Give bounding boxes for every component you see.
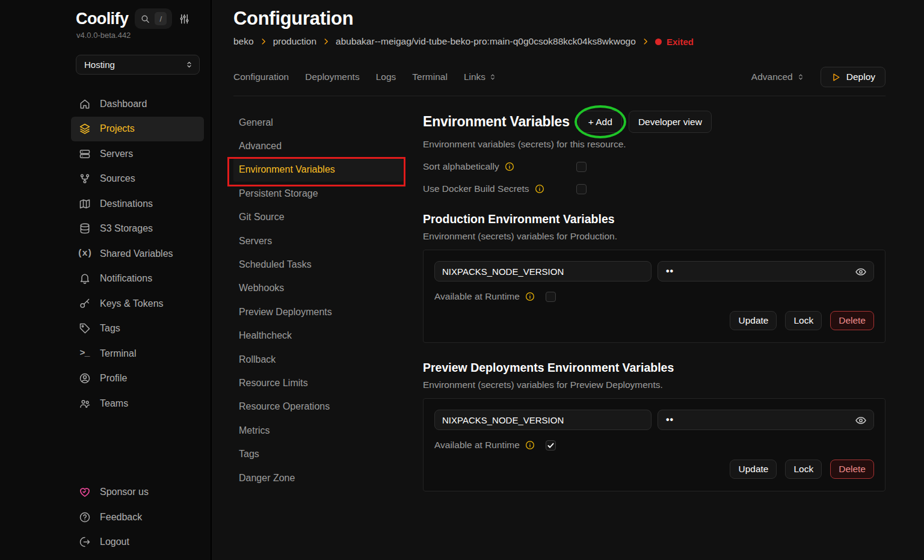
info-icon[interactable] bbox=[525, 292, 535, 301]
deploy-button[interactable]: Deploy bbox=[821, 67, 886, 87]
env-var-value-field[interactable]: •• bbox=[658, 261, 874, 282]
masked-value: •• bbox=[666, 266, 674, 277]
masked-value: •• bbox=[666, 414, 674, 425]
submenu-item-danger-zone[interactable]: Danger Zone bbox=[233, 466, 403, 490]
sidebar-item-s3-storages[interactable]: S3 Storages bbox=[71, 217, 204, 242]
eye-icon[interactable] bbox=[855, 266, 867, 278]
sidebar-item-notifications[interactable]: Notifications bbox=[71, 266, 204, 292]
advanced-dropdown[interactable]: Advanced bbox=[751, 72, 805, 82]
sidebar-item-shared-variables[interactable]: (x) Shared Variables bbox=[71, 241, 204, 266]
sidebar-item-logout[interactable]: Logout bbox=[71, 530, 204, 555]
terminal-icon: >_ bbox=[78, 348, 91, 358]
runtime-row: Available at Runtime bbox=[434, 440, 874, 451]
submenu-item-resource-operations[interactable]: Resource Operations bbox=[233, 395, 403, 419]
sidebar-item-label: Keys & Tokens bbox=[100, 298, 164, 309]
submenu-item-environment-variables[interactable]: Environment Variables bbox=[233, 158, 403, 182]
tab-terminal[interactable]: Terminal bbox=[412, 72, 448, 82]
sidebar-item-label: Profile bbox=[100, 373, 127, 384]
advanced-label: Advanced bbox=[751, 72, 793, 82]
bell-icon bbox=[78, 272, 91, 285]
submenu-item-webhooks[interactable]: Webhooks bbox=[233, 277, 403, 300]
breadcrumb-environment[interactable]: production bbox=[273, 36, 316, 47]
env-var-value-field[interactable]: •• bbox=[658, 410, 874, 430]
variable-icon: (x) bbox=[78, 248, 91, 259]
settings-sliders-icon[interactable] bbox=[179, 13, 190, 25]
update-button[interactable]: Update bbox=[730, 460, 777, 479]
submenu-item-tags[interactable]: Tags bbox=[233, 442, 403, 466]
sidebar-item-projects[interactable]: Projects bbox=[71, 117, 204, 142]
production-section-description: Environment (secrets) variables for Prod… bbox=[423, 231, 886, 242]
tab-logs[interactable]: Logs bbox=[376, 72, 396, 82]
sidebar-item-servers[interactable]: Servers bbox=[71, 141, 204, 167]
submenu-item-resource-limits[interactable]: Resource Limits bbox=[233, 371, 403, 395]
chevron-updown-icon bbox=[185, 60, 194, 69]
sidebar-item-tags[interactable]: Tags bbox=[71, 316, 204, 342]
eye-icon[interactable] bbox=[855, 414, 867, 426]
main-area: Configuration beko production abubakar--… bbox=[212, 0, 924, 560]
add-button[interactable]: + Add bbox=[579, 111, 622, 133]
submenu-item-label: Environment Variables bbox=[239, 164, 335, 175]
status-dot-icon bbox=[655, 38, 662, 45]
sidebar-item-label: Projects bbox=[100, 123, 135, 134]
lock-button[interactable]: Lock bbox=[785, 311, 822, 330]
tab-deployments[interactable]: Deployments bbox=[305, 72, 359, 82]
sidebar-item-dashboard[interactable]: Dashboard bbox=[71, 91, 204, 117]
docker-build-secrets-checkbox[interactable] bbox=[576, 184, 587, 194]
submenu-item-scheduled-tasks[interactable]: Scheduled Tasks bbox=[233, 253, 403, 276]
help-icon bbox=[78, 511, 91, 523]
chevron-right-icon bbox=[641, 37, 650, 46]
sidebar-footer: Sponsor us Feedback Logout bbox=[71, 480, 204, 555]
env-var-key-input[interactable] bbox=[434, 410, 651, 430]
check-icon bbox=[547, 442, 555, 449]
info-icon[interactable] bbox=[535, 184, 544, 194]
sidebar-item-label: Destinations bbox=[100, 198, 153, 209]
tab-configuration[interactable]: Configuration bbox=[233, 72, 289, 82]
settings-submenu: General Advanced Environment Variables P… bbox=[233, 96, 423, 491]
submenu-item-metrics[interactable]: Metrics bbox=[233, 419, 403, 442]
layers-icon bbox=[78, 123, 91, 135]
sidebar-item-keys-tokens[interactable]: Keys & Tokens bbox=[71, 291, 204, 316]
update-button[interactable]: Update bbox=[730, 311, 777, 330]
breadcrumb-project[interactable]: beko bbox=[233, 36, 254, 47]
sidebar-item-label: Feedback bbox=[100, 512, 142, 523]
chevron-right-icon bbox=[259, 37, 268, 46]
app-logo: Coolify bbox=[76, 10, 128, 28]
map-icon bbox=[78, 198, 91, 210]
submenu-item-git-source[interactable]: Git Source bbox=[233, 206, 403, 229]
sidebar-item-sponsor[interactable]: Sponsor us bbox=[71, 480, 204, 505]
chevron-updown-icon bbox=[488, 73, 497, 81]
env-var-key-input[interactable] bbox=[434, 261, 651, 282]
sidebar-item-sources[interactable]: Sources bbox=[71, 167, 204, 192]
delete-button[interactable]: Delete bbox=[830, 311, 874, 330]
submenu-item-general[interactable]: General bbox=[233, 111, 403, 134]
lock-button[interactable]: Lock bbox=[785, 460, 822, 479]
submenu-item-rollback[interactable]: Rollback bbox=[233, 348, 403, 371]
submenu-item-servers[interactable]: Servers bbox=[233, 229, 403, 253]
info-icon[interactable] bbox=[505, 162, 514, 171]
developer-view-button[interactable]: Developer view bbox=[629, 111, 712, 133]
sidebar-item-feedback[interactable]: Feedback bbox=[71, 505, 204, 530]
runtime-checkbox[interactable] bbox=[546, 292, 556, 302]
docker-build-secrets-row: Use Docker Build Secrets bbox=[423, 183, 886, 194]
delete-button[interactable]: Delete bbox=[830, 460, 874, 479]
sort-alphabetically-checkbox[interactable] bbox=[576, 162, 587, 172]
sidebar-item-destinations[interactable]: Destinations bbox=[71, 191, 204, 217]
home-icon bbox=[78, 98, 91, 110]
key-icon bbox=[78, 298, 91, 310]
team-selector[interactable]: Hosting bbox=[76, 55, 200, 75]
info-icon[interactable] bbox=[525, 440, 535, 450]
breadcrumb-resource[interactable]: abubakar--meigag/vid-tube-beko-pro:main-… bbox=[336, 36, 636, 47]
status-text: Exited bbox=[667, 37, 694, 47]
tab-links[interactable]: Links bbox=[464, 72, 497, 82]
sidebar-item-teams[interactable]: Teams bbox=[71, 391, 204, 416]
search-button[interactable]: / bbox=[135, 8, 172, 29]
submenu-item-advanced[interactable]: Advanced bbox=[233, 134, 403, 158]
submenu-item-healthcheck[interactable]: Healthcheck bbox=[233, 324, 403, 348]
runtime-checkbox-checked[interactable] bbox=[546, 440, 556, 451]
sidebar-item-label: Logout bbox=[100, 537, 129, 547]
submenu-item-preview-deployments[interactable]: Preview Deployments bbox=[233, 300, 403, 324]
breadcrumb: beko production abubakar--meigag/vid-tub… bbox=[233, 36, 886, 47]
sidebar-item-terminal[interactable]: >_ Terminal bbox=[71, 341, 204, 366]
sidebar-item-profile[interactable]: Profile bbox=[71, 366, 204, 392]
submenu-item-persistent-storage[interactable]: Persistent Storage bbox=[233, 182, 403, 205]
